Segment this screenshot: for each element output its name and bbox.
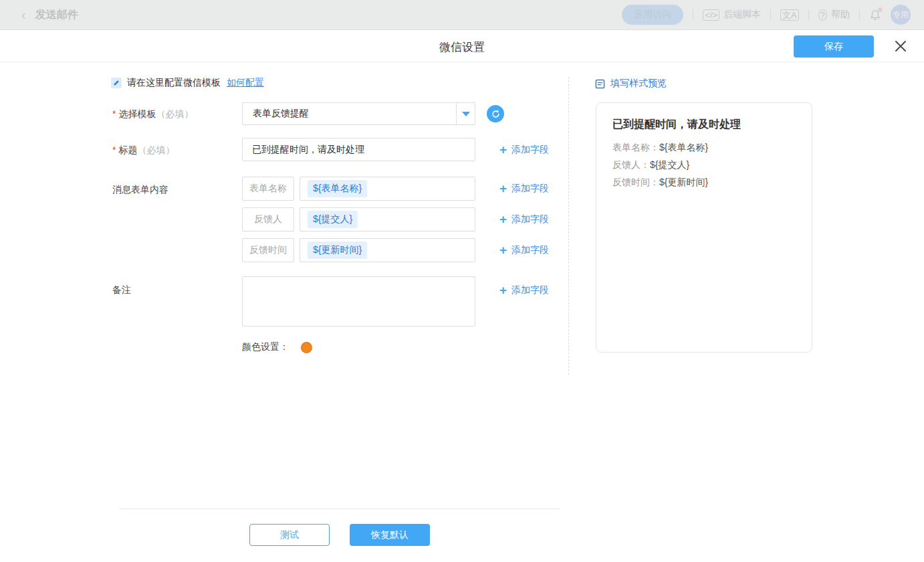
content-key-input[interactable] (242, 207, 294, 231)
close-icon[interactable] (893, 39, 908, 54)
preview-line: 表单名称：${表单名称} (612, 142, 708, 154)
content-key-input[interactable] (242, 238, 294, 262)
config-header: 请在这里配置微信模板 如何配置 (111, 77, 264, 89)
refresh-button[interactable] (487, 105, 504, 122)
content-label: 消息表单内容 (112, 184, 168, 196)
chevron-down-icon (462, 112, 470, 116)
field-tag[interactable]: ${表单名称} (308, 180, 367, 197)
refresh-icon (491, 109, 501, 119)
notification-dot (878, 7, 883, 12)
how-to-config-link[interactable]: 如何配置 (227, 77, 264, 89)
preview-card: 已到提醒时间，请及时处理 表单名称：${表单名称} 反馈人：${提交人} 反馈时… (596, 102, 812, 353)
backend-script-button[interactable]: </> 后端脚本 (703, 9, 761, 21)
add-field-row3[interactable]: + 添加字段 (499, 244, 549, 256)
field-tag[interactable]: ${提交人} (308, 211, 358, 228)
plus-icon: + (499, 244, 507, 256)
required-mark: * (112, 145, 116, 155)
wechat-settings-modal: 微信设置 保存 请在这里配置微信模板 如何配置 *选择模板（必填） 表单反馈提醒… (0, 30, 924, 562)
document-icon (595, 79, 605, 89)
divider (859, 9, 860, 20)
save-button[interactable]: 保存 (794, 35, 874, 58)
content-key-input[interactable] (242, 177, 294, 201)
divider (808, 9, 809, 20)
code-icon: </> (703, 9, 719, 21)
preview-line: 反馈时间：${更新时间} (612, 177, 708, 189)
pane-divider (568, 77, 569, 375)
color-setting-label: 颜色设置： (242, 341, 289, 353)
topbar-content: ‹ 发送邮件 应用访问 </> 后端脚本 文A ? 帮助 (0, 0, 924, 29)
color-setting-row: 颜色设置： (242, 341, 312, 353)
plus-icon: + (499, 213, 507, 225)
modal-title: 微信设置 (0, 39, 924, 55)
topbar-dimmed: ‹ 发送邮件 应用访问 </> 后端脚本 文A ? 帮助 (0, 0, 924, 30)
back-chevron-icon[interactable]: ‹ (21, 8, 26, 21)
divider (693, 9, 693, 20)
add-field-row1[interactable]: + 添加字段 (499, 182, 549, 195)
bottom-divider (119, 508, 560, 509)
notification-bell-icon[interactable] (869, 9, 881, 21)
template-label: *选择模板（必填） (112, 108, 193, 120)
language-button[interactable]: 文A (780, 9, 799, 21)
preview-header: 填写样式预览 (595, 78, 667, 90)
question-icon: ? (818, 9, 827, 21)
title-label: *标题（必填） (112, 145, 175, 157)
preview-header-text: 填写样式预览 (610, 78, 667, 90)
required-mark: * (112, 108, 116, 119)
plus-icon: + (499, 284, 507, 296)
add-field-row2[interactable]: + 添加字段 (499, 213, 549, 225)
plus-icon: + (499, 143, 507, 156)
content-value-field[interactable]: ${提交人} (300, 207, 475, 231)
test-button[interactable]: 测试 (249, 524, 330, 546)
add-field-title[interactable]: + 添加字段 (499, 143, 549, 156)
remark-textarea[interactable] (242, 276, 475, 326)
template-select[interactable]: 表单反馈提醒 (242, 102, 475, 125)
content-value-field[interactable]: ${表单名称} (300, 177, 475, 201)
preview-title: 已到提醒时间，请及时处理 (612, 118, 741, 132)
remark-label: 备注 (112, 284, 131, 296)
help-button[interactable]: ? 帮助 (818, 9, 850, 21)
template-select-value: 表单反馈提醒 (243, 108, 456, 120)
pencil-icon (111, 78, 122, 88)
plus-icon: + (499, 182, 507, 195)
title-input[interactable] (242, 138, 475, 161)
config-tip-text: 请在这里配置微信模板 (127, 77, 221, 89)
restore-default-button[interactable]: 恢复默认 (350, 524, 430, 546)
content-value-field[interactable]: ${更新时间} (300, 238, 475, 262)
add-field-remark[interactable]: + 添加字段 (499, 284, 549, 296)
language-icon: 文A (780, 9, 799, 21)
field-tag[interactable]: ${更新时间} (308, 242, 367, 259)
page-title: 发送邮件 (35, 8, 78, 22)
avatar[interactable]: 专用 (891, 5, 911, 25)
divider (770, 9, 771, 20)
app-access-button[interactable]: 应用访问 (622, 5, 683, 25)
preview-line: 反馈人：${提交人} (612, 159, 689, 171)
color-swatch[interactable] (301, 342, 312, 353)
select-caret[interactable] (456, 103, 475, 124)
modal-header: 微信设置 保存 (0, 30, 924, 62)
